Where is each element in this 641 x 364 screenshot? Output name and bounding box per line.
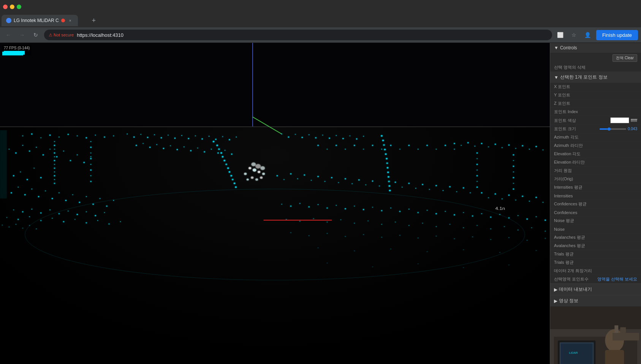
svg-point-234 — [324, 181, 325, 182]
minimize-button[interactable] — [10, 5, 14, 9]
svg-point-308 — [463, 227, 464, 228]
svg-point-229 — [290, 173, 292, 175]
svg-point-228 — [283, 179, 284, 180]
svg-point-119 — [149, 147, 151, 148]
video-info-header[interactable]: ▶ 영상 정보 — [550, 295, 641, 306]
close-button[interactable] — [3, 5, 8, 9]
video-info-title: 영상 정보 — [559, 298, 578, 304]
svg-point-99 — [36, 228, 36, 229]
svg-point-303 — [395, 222, 396, 222]
point-color-value: ffffff — [631, 118, 637, 123]
svg-point-309 — [476, 225, 477, 226]
svg-point-46 — [54, 179, 55, 180]
fps-bar-graphic — [2, 52, 23, 55]
point-size-slider-thumb[interactable] — [608, 128, 611, 131]
svg-point-126 — [197, 148, 198, 148]
bookmark-button[interactable]: ☆ — [569, 30, 579, 40]
clear-button[interactable]: 전역 Clear — [613, 54, 637, 62]
export-title: 데이터 내보내기 — [559, 286, 592, 293]
export-header[interactable]: ▶ 데이터 내보내기 — [550, 284, 641, 295]
lidar-viewport[interactable]: 77 FPS (0-144) — [0, 43, 550, 364]
lidar-scene[interactable]: 4.1n — [0, 43, 550, 364]
svg-point-302 — [381, 224, 382, 225]
svg-point-85 — [29, 216, 30, 217]
svg-point-266 — [290, 206, 292, 207]
svg-point-7 — [13, 175, 14, 176]
svg-point-24 — [90, 156, 91, 157]
address-input[interactable]: ⚠ Not secure https://localhost:4310 — [44, 30, 552, 40]
svg-point-160 — [301, 137, 303, 138]
refresh-button[interactable]: ↻ — [30, 30, 41, 40]
tab-active[interactable]: LG Innotek MLiDAR C × — [2, 15, 78, 26]
svg-point-146 — [253, 169, 256, 172]
distance-origin-label: 거리 원점 — [554, 168, 637, 173]
svg-point-39 — [54, 153, 55, 154]
svg-point-21 — [70, 160, 71, 161]
svg-point-224 — [513, 177, 514, 178]
point-info-header[interactable]: ▼ 선택한 1개 포인트 정보 — [550, 72, 641, 83]
tab-inactive[interactable] — [78, 15, 87, 26]
intensities-row: Intensities — [550, 192, 641, 200]
toolbar-right: ⬜ ☆ 👤 Finish update — [555, 30, 638, 40]
svg-point-218 — [476, 181, 477, 182]
svg-point-169 — [363, 136, 364, 137]
svg-point-172 — [336, 145, 337, 146]
svg-point-246 — [415, 188, 416, 189]
svg-point-75 — [40, 213, 42, 214]
svg-point-67 — [86, 196, 87, 197]
svg-point-117 — [136, 145, 137, 146]
svg-point-167 — [350, 136, 350, 136]
elevation-radian-row: Elevation 라디안 — [550, 158, 641, 167]
avalanches-std-row: Avalanches 평균 — [550, 233, 641, 242]
svg-point-264 — [543, 202, 543, 203]
svg-point-300 — [354, 223, 355, 224]
x-point-label: X 포인트 — [554, 84, 637, 90]
point-color-swatch[interactable] — [610, 117, 629, 123]
browser-chrome: LG Innotek MLiDAR C × + ← → ↻ ⚠ Not secu… — [0, 0, 641, 43]
controls-header[interactable]: ▼ Controls — [550, 43, 641, 53]
intensities-label: Intensities — [554, 194, 637, 198]
z-point-label: Z 포인트 — [554, 101, 637, 106]
svg-point-53 — [90, 170, 92, 171]
svg-point-297 — [313, 218, 314, 219]
cast-button[interactable]: ⬜ — [555, 30, 566, 40]
svg-point-213 — [476, 153, 478, 154]
svg-point-184 — [445, 145, 446, 146]
profile-button[interactable]: 👤 — [582, 30, 593, 40]
svg-text:4.1n: 4.1n — [495, 206, 505, 211]
svg-point-37 — [54, 145, 55, 146]
azimuth-radian-label: Azimuth 라디안 — [554, 143, 637, 148]
svg-point-101 — [133, 137, 135, 138]
svg-point-60 — [38, 196, 40, 197]
point-size-slider[interactable] — [600, 128, 626, 130]
svg-point-248 — [429, 189, 430, 190]
svg-point-132 — [213, 141, 215, 142]
svg-point-230 — [297, 178, 298, 179]
svg-point-59 — [32, 189, 32, 189]
svg-point-316 — [309, 235, 309, 236]
svg-point-212 — [543, 150, 543, 150]
intensities-std-label: Intensities 평균 — [554, 184, 637, 190]
svg-point-157 — [281, 134, 282, 134]
svg-point-274 — [363, 209, 364, 210]
svg-point-320 — [381, 237, 382, 238]
svg-point-276 — [381, 210, 383, 211]
svg-point-310 — [490, 228, 491, 229]
point-size-slider-container[interactable]: 0.043 — [596, 127, 638, 131]
svg-point-149 — [244, 173, 247, 175]
svg-point-304 — [408, 225, 409, 226]
svg-point-144 — [235, 186, 237, 188]
svg-point-41 — [54, 160, 55, 161]
maximize-button[interactable] — [17, 5, 21, 9]
svg-point-202 — [474, 146, 475, 147]
svg-point-188 — [383, 144, 385, 146]
svg-point-92 — [108, 224, 110, 225]
svg-point-333 — [427, 251, 427, 252]
tab-close-button[interactable]: × — [67, 17, 73, 24]
finish-update-button[interactable]: Finish update — [596, 30, 638, 40]
back-button[interactable]: ← — [3, 30, 14, 40]
svg-point-305 — [422, 223, 423, 224]
forward-button[interactable]: → — [17, 30, 27, 40]
svg-point-306 — [436, 226, 437, 227]
new-tab-button[interactable]: + — [89, 15, 99, 26]
